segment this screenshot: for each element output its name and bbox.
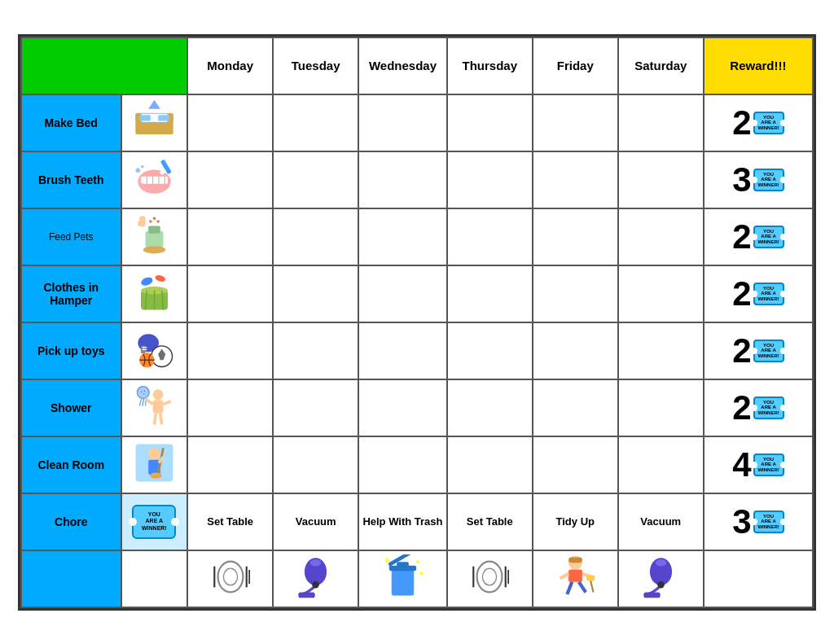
ticket-brush-teeth: YOU ARE A WINNER! [753,169,784,191]
day-brush-teeth-wed [358,151,447,208]
day-pick-up-toys-wed [358,322,447,379]
day-shower-tue [273,379,358,436]
svg-point-74 [420,572,424,575]
svg-line-49 [145,398,152,404]
day-make-bed-fri [533,94,618,151]
header-chore-col [21,37,187,94]
day-make-bed-thu [447,94,533,151]
reward-number-feed-pets: 2 [732,217,751,256]
header-reward: Reward!!! [704,37,813,94]
day-brush-teeth-thu [447,151,533,208]
reward-pick-up-toys: 2 YOU ARE A WINNER! [704,322,813,379]
svg-rect-48 [152,400,163,414]
svg-point-65 [310,559,322,566]
day-pick-up-toys-sat [618,322,704,379]
label-brush-teeth: Brush Teeth [21,151,121,208]
reward-last [704,550,813,607]
svg-marker-6 [148,100,160,109]
day-clothes-hamper-tue [273,265,358,322]
row-pick-up-toys: Pick up toys [21,322,813,379]
day-last-fri [533,550,618,607]
bed-icon [132,99,177,143]
day-pick-up-toys-fri [533,322,618,379]
label-feed-pets: Feed Pets [21,208,121,265]
ticket-shower: YOU ARE A WINNER! [753,396,784,419]
svg-rect-94 [643,593,660,598]
day-feed-pets-thu [447,208,533,265]
svg-line-51 [154,414,156,425]
svg-rect-4 [139,115,151,120]
svg-rect-90 [586,575,595,580]
chore-chart: Monday Tuesday Wednesday Thursday Friday… [18,34,816,611]
day-clothes-hamper-fri [533,265,618,322]
svg-line-88 [567,582,572,594]
svg-line-52 [160,414,162,425]
day-clean-room-sat [618,436,704,493]
svg-point-95 [657,581,664,588]
reward-number-clothes-hamper: 2 [732,274,751,313]
label-shower: Shower [21,379,121,436]
day-pick-up-toys-thu [447,322,533,379]
reward-brush-teeth: 3 YOU ARE A WINNER! [704,151,813,208]
ticket-feed-pets: YOU ARE A WINNER! [753,226,784,248]
day-clean-room-fri [533,436,618,493]
svg-point-93 [655,559,666,566]
svg-point-60 [223,568,237,585]
day-last-wed [358,550,447,607]
kid-icon [553,554,598,599]
svg-rect-68 [392,569,415,595]
hamper-icon [132,269,177,314]
toys-icon [132,326,177,371]
day-feed-pets-tue [273,208,358,265]
reward-number-chore: 3 [732,502,751,541]
icon-last [121,550,188,607]
svg-rect-70 [397,562,409,567]
svg-point-54 [148,448,160,460]
header-tuesday: Tuesday [273,37,358,94]
trash-icon [380,554,425,599]
svg-rect-17 [145,231,163,248]
label-clothes-hamper: Clothes in Hamper [21,265,121,322]
svg-line-44 [139,398,142,405]
svg-point-15 [135,169,140,173]
svg-rect-8 [141,177,168,184]
svg-point-19 [149,220,152,223]
day-brush-teeth-mon [187,151,273,208]
day-feed-pets-wed [358,208,447,265]
day-shower-mon [187,379,273,436]
day-last-sat [618,550,704,607]
label-last [21,550,121,607]
icon-brush-teeth [121,151,188,208]
svg-point-59 [217,562,243,593]
svg-line-45 [143,398,144,405]
day-brush-teeth-fri [533,151,618,208]
day-pick-up-toys-tue [273,322,358,379]
day-shower-sat [618,379,704,436]
ticket-clothes-hamper: YOU ARE A WINNER! [753,283,784,305]
icon-shower [121,379,188,436]
label-chore: Chore [21,493,121,550]
svg-rect-84 [568,557,582,563]
day-clean-room-mon [187,436,273,493]
day-last-mon [187,550,273,607]
header-wednesday: Wednesday [358,37,447,94]
shower-icon [132,383,177,428]
day-clothes-hamper-wed [358,265,447,322]
reward-feed-pets: 2 YOU ARE A WINNER! [704,208,813,265]
reward-number-make-bed: 2 [732,103,751,142]
day-clean-room-tue [273,436,358,493]
header-monday: Monday [187,37,273,94]
row-clean-room: Clean Room [21,436,813,493]
day-clothes-hamper-sat [618,265,704,322]
header-thursday: Thursday [447,37,533,94]
chore-ticket-text: YOU ARE A WINNER! [142,511,167,532]
day-make-bed-tue [273,94,358,151]
svg-line-50 [163,401,170,405]
row-last [21,550,813,607]
icon-make-bed [121,94,188,151]
vacuum2-icon [639,554,683,599]
svg-rect-5 [158,115,169,120]
icon-pick-up-toys [121,322,188,379]
day-chore-sat: Vacuum [618,493,704,550]
icon-chore: YOU ARE A WINNER! [121,493,188,550]
